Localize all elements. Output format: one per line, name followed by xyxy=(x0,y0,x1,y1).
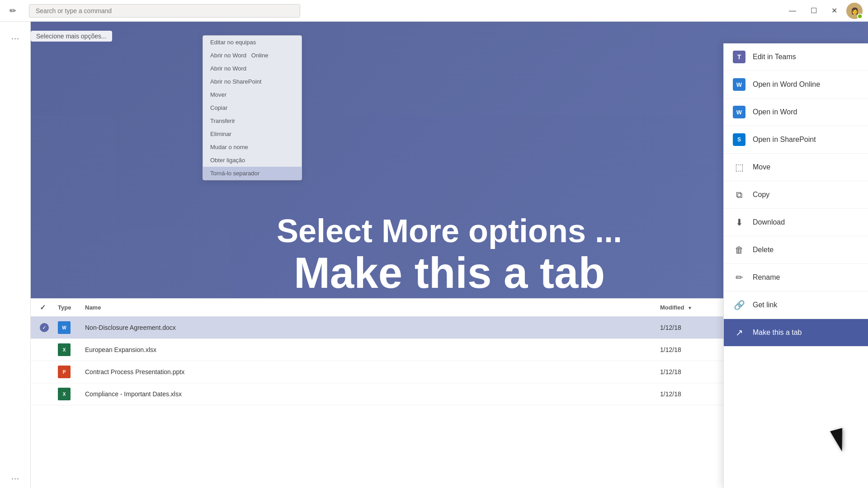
word-file-icon: W xyxy=(58,321,71,334)
pt-menu-item-10[interactable]: Obter ligação xyxy=(203,154,302,167)
ppt-file-icon: P xyxy=(58,366,71,378)
menu-item-edit-in-teams[interactable]: T Edit in Teams xyxy=(724,43,868,71)
menu-item-download[interactable]: ⬇ Download xyxy=(724,209,868,236)
menu-label-rename: Rename xyxy=(753,273,780,282)
top-bar: ✏ — ☐ ✕ 👩 xyxy=(0,0,868,22)
col-header-name[interactable]: Name xyxy=(85,304,660,311)
row1-name: Non-Disclosure Agreement.docx xyxy=(85,324,660,331)
menu-label-open-word: Open in Word xyxy=(753,108,797,116)
menu-item-make-this-tab[interactable]: ↗ Make this a tab xyxy=(724,319,868,347)
menu-label-open-word-online: Open in Word Online xyxy=(753,80,820,89)
avatar[interactable]: 👩 xyxy=(846,3,863,19)
sidebar: ··· ··· xyxy=(0,22,31,488)
main-area: Selecione mais opções... Editar no equip… xyxy=(31,22,868,488)
pt-menu-item-5[interactable]: Mover xyxy=(203,88,302,101)
delete-icon: 🗑 xyxy=(733,244,745,256)
search-input[interactable] xyxy=(29,4,300,18)
download-icon: ⬇ xyxy=(733,216,745,229)
menu-label-make-this-tab: Make this a tab xyxy=(753,328,802,337)
check-mark: ✓ xyxy=(40,323,49,332)
menu-label-move: Move xyxy=(753,163,770,171)
menu-label-delete: Delete xyxy=(753,246,774,254)
menu-item-get-link[interactable]: 🔗 Get link xyxy=(724,291,868,319)
row3-name: Contract Process Presentation.pptx xyxy=(85,368,660,375)
close-button[interactable]: ✕ xyxy=(826,4,843,18)
menu-item-open-sharepoint[interactable]: S Open in SharePoint xyxy=(724,126,868,154)
tab-icon: ↗ xyxy=(733,326,745,339)
pt-menu-item-3[interactable]: Abrir no Word xyxy=(203,62,302,75)
minimize-button[interactable]: — xyxy=(783,4,802,18)
pt-context-menu: Editar no equipas Abrir no Word Online A… xyxy=(203,35,302,180)
pt-menu-item-8[interactable]: Eliminar xyxy=(203,127,302,141)
pt-menu-item-6[interactable]: Copiar xyxy=(203,101,302,114)
row1-type: W xyxy=(58,321,85,334)
menu-item-copy[interactable]: ⧉ Copy xyxy=(724,181,868,209)
sharepoint-icon: S xyxy=(733,133,745,146)
col-header-type: Type xyxy=(58,304,85,311)
maximize-button[interactable]: ☐ xyxy=(805,4,822,18)
teams-icon: T xyxy=(733,51,745,63)
menu-item-rename[interactable]: ✏ Rename xyxy=(724,264,868,291)
sort-icon: ▼ xyxy=(688,305,692,310)
overlay-text-select-more: Select More options ... xyxy=(277,213,622,249)
right-context-menu: T Edit in Teams W Open in Word Online W … xyxy=(723,43,868,488)
pt-menu-item-11[interactable]: Torná-lo separador xyxy=(203,167,302,180)
row4-name: Compliance - Important Dates.xlsx xyxy=(85,390,660,398)
row1-check[interactable]: ✓ xyxy=(40,323,58,332)
row2-type: X xyxy=(58,343,85,356)
menu-item-open-word-online[interactable]: W Open in Word Online xyxy=(724,71,868,99)
menu-label-copy: Copy xyxy=(753,191,769,199)
online-badge xyxy=(857,14,863,19)
menu-item-open-word[interactable]: W Open in Word xyxy=(724,99,868,126)
row2-name: European Expansion.xlsx xyxy=(85,346,660,353)
edit-icon[interactable]: ✏ xyxy=(5,4,20,18)
menu-item-move[interactable]: ⬚ Move xyxy=(724,154,868,181)
pt-menu-item-4[interactable]: Abrir no SharePoint xyxy=(203,75,302,88)
pt-menu-item-2[interactable]: Abrir no Word Online xyxy=(203,49,302,62)
excel-file-icon-2: X xyxy=(58,388,71,400)
word-icon-online: W xyxy=(733,78,745,91)
link-icon: 🔗 xyxy=(733,299,745,311)
pt-tooltip-label: Selecione mais opções... xyxy=(31,31,112,42)
sidebar-more-bottom[interactable]: ··· xyxy=(7,469,23,488)
top-bar-right: — ☐ ✕ 👩 xyxy=(783,3,863,19)
menu-item-delete[interactable]: 🗑 Delete xyxy=(724,236,868,264)
rename-icon: ✏ xyxy=(733,271,745,284)
row4-type: X xyxy=(58,388,85,400)
move-icon: ⬚ xyxy=(733,161,745,174)
row3-type: P xyxy=(58,366,85,378)
sidebar-more-top[interactable]: ··· xyxy=(7,29,23,48)
col-header-check: ✓ xyxy=(40,303,58,312)
menu-label-download: Download xyxy=(753,218,785,226)
copy-icon: ⧉ xyxy=(733,188,745,201)
excel-file-icon: X xyxy=(58,343,71,356)
menu-label-edit-in-teams: Edit in Teams xyxy=(753,53,796,61)
pt-menu-item-1[interactable]: Editar no equipas xyxy=(203,36,302,49)
pt-menu-item-9[interactable]: Mudar o nome xyxy=(203,141,302,154)
word-icon: W xyxy=(733,106,745,118)
menu-label-open-sharepoint: Open in SharePoint xyxy=(753,136,816,144)
overlay-text-make-tab: Make this a tab xyxy=(294,249,605,297)
pt-menu-item-7[interactable]: Transferir xyxy=(203,114,302,127)
menu-label-get-link: Get link xyxy=(753,301,777,309)
